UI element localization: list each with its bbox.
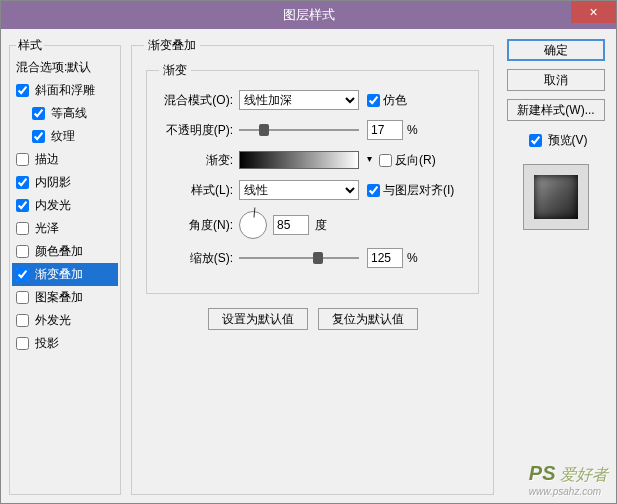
layer-style-dialog: 图层样式 × 样式 混合选项:默认 斜面和浮雕等高线纹理描边内阴影内发光光泽颜色… (0, 0, 617, 504)
close-button[interactable]: × (571, 1, 616, 23)
style-item-4[interactable]: 内阴影 (12, 171, 118, 194)
gradient-legend: 渐变 (159, 62, 191, 79)
style-checkbox[interactable] (16, 291, 29, 304)
style-label: 斜面和浮雕 (35, 82, 95, 99)
style-checkbox[interactable] (32, 130, 45, 143)
style-label: 投影 (35, 335, 59, 352)
style-item-1[interactable]: 等高线 (12, 102, 118, 125)
gradient-picker[interactable] (239, 151, 359, 169)
titlebar[interactable]: 图层样式 × (1, 1, 616, 29)
dialog-body: 样式 混合选项:默认 斜面和浮雕等高线纹理描边内阴影内发光光泽颜色叠加渐变叠加图… (1, 29, 616, 503)
styles-legend: 样式 (16, 37, 44, 54)
angle-dial[interactable] (239, 211, 267, 239)
opacity-label: 不透明度(P): (159, 122, 239, 139)
style-checkbox[interactable] (16, 314, 29, 327)
style-checkbox[interactable] (16, 199, 29, 212)
ok-button[interactable]: 确定 (507, 39, 605, 61)
angle-label: 角度(N): (159, 217, 239, 234)
scale-input[interactable] (367, 248, 403, 268)
style-checkbox[interactable] (16, 245, 29, 258)
gradient-label: 渐变: (159, 152, 239, 169)
cancel-button[interactable]: 取消 (507, 69, 605, 91)
scale-label: 缩放(S): (159, 250, 239, 267)
opacity-slider[interactable] (239, 122, 359, 138)
style-item-10[interactable]: 外发光 (12, 309, 118, 332)
style-item-7[interactable]: 颜色叠加 (12, 240, 118, 263)
styles-panel: 样式 混合选项:默认 斜面和浮雕等高线纹理描边内阴影内发光光泽颜色叠加渐变叠加图… (9, 37, 121, 495)
window-title: 图层样式 (283, 6, 335, 24)
style-checkbox[interactable] (16, 268, 29, 281)
style-checkbox[interactable] (16, 84, 29, 97)
style-label: 图案叠加 (35, 289, 83, 306)
action-panel: 确定 取消 新建样式(W)... 预览(V) (504, 37, 608, 495)
style-label: 等高线 (51, 105, 87, 122)
style-item-3[interactable]: 描边 (12, 148, 118, 171)
style-item-0[interactable]: 斜面和浮雕 (12, 79, 118, 102)
style-label: 纹理 (51, 128, 75, 145)
set-default-button[interactable]: 设置为默认值 (208, 308, 308, 330)
align-checkbox[interactable]: 与图层对齐(I) (367, 182, 454, 199)
style-checkbox[interactable] (16, 337, 29, 350)
gradient-overlay-legend: 渐变叠加 (144, 37, 200, 54)
style-label: 渐变叠加 (35, 266, 83, 283)
style-label: 内阴影 (35, 174, 71, 191)
style-item-5[interactable]: 内发光 (12, 194, 118, 217)
preview-swatch (523, 164, 589, 230)
style-label: 颜色叠加 (35, 243, 83, 260)
style-item-9[interactable]: 图案叠加 (12, 286, 118, 309)
reverse-checkbox[interactable]: 反向(R) (379, 152, 436, 169)
angle-input[interactable] (273, 215, 309, 235)
blend-mode-label: 混合模式(O): (159, 92, 239, 109)
style-checkbox[interactable] (32, 107, 45, 120)
style-item-11[interactable]: 投影 (12, 332, 118, 355)
new-style-button[interactable]: 新建样式(W)... (507, 99, 605, 121)
style-label: 内发光 (35, 197, 71, 214)
style-checkbox[interactable] (16, 153, 29, 166)
style-item-8[interactable]: 渐变叠加 (12, 263, 118, 286)
reset-default-button[interactable]: 复位为默认值 (318, 308, 418, 330)
style-checkbox[interactable] (16, 176, 29, 189)
style-item-6[interactable]: 光泽 (12, 217, 118, 240)
preview-checkbox[interactable]: 预览(V) (525, 131, 588, 150)
style-item-2[interactable]: 纹理 (12, 125, 118, 148)
blending-options-item[interactable]: 混合选项:默认 (12, 56, 118, 79)
style-label: 样式(L): (159, 182, 239, 199)
blend-mode-select[interactable]: 线性加深 (239, 90, 359, 110)
style-label: 外发光 (35, 312, 71, 329)
opacity-input[interactable] (367, 120, 403, 140)
style-checkbox[interactable] (16, 222, 29, 235)
scale-slider[interactable] (239, 250, 359, 266)
style-label: 描边 (35, 151, 59, 168)
dither-checkbox[interactable]: 仿色 (367, 92, 407, 109)
gradient-overlay-panel: 渐变叠加 渐变 混合模式(O): 线性加深 仿色 不透 (129, 37, 496, 495)
style-select[interactable]: 线性 (239, 180, 359, 200)
style-label: 光泽 (35, 220, 59, 237)
